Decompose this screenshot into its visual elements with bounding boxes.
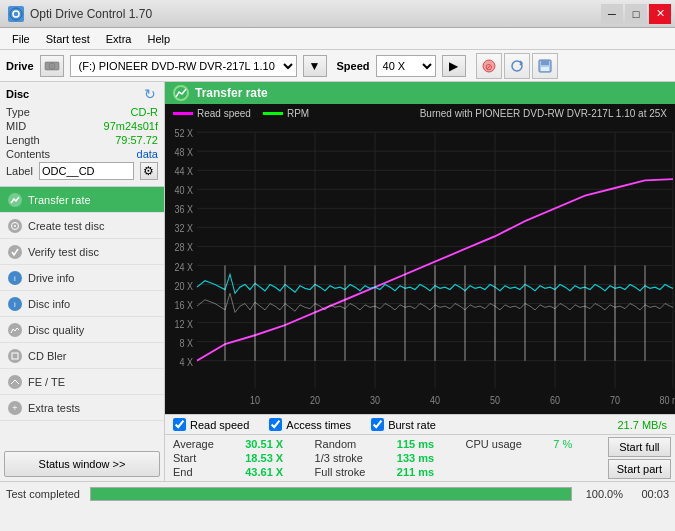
chart-legend: Read speed RPM Burned with PIONEER DVD-R… <box>165 104 675 122</box>
stat-end-label: End <box>173 466 237 478</box>
erase-button[interactable]: ⊘ <box>476 53 502 79</box>
disc-label-input[interactable] <box>39 162 134 180</box>
nav-item-cd-bler[interactable]: CD Bler <box>0 343 164 369</box>
start-full-button[interactable]: Start full <box>608 437 671 457</box>
chart-container: 52 X 48 X 44 X 40 X 36 X 32 X 28 X 24 X … <box>165 122 675 414</box>
stats-right: Start full Start part <box>604 435 675 481</box>
svg-text:44 X: 44 X <box>175 165 194 177</box>
nav-icon-drive-info: i <box>8 271 22 285</box>
disc-contents-value: data <box>137 148 158 160</box>
stat-random-label: Random <box>315 438 389 450</box>
nav-icon-transfer-rate <box>8 193 22 207</box>
menu-file[interactable]: File <box>4 31 38 47</box>
nav-item-drive-info[interactable]: i Drive info <box>0 265 164 291</box>
status-bar: Test completed 100.0% 00:03 <box>0 481 675 505</box>
title-bar-buttons: ─ □ ✕ <box>601 4 671 24</box>
drive-label: Drive <box>6 60 34 72</box>
nav-item-fe-te[interactable]: FE / TE <box>0 369 164 395</box>
nav-item-extra-tests[interactable]: + Extra tests <box>0 395 164 421</box>
nav-label-transfer-rate: Transfer rate <box>28 194 91 206</box>
stat-full-stroke-label: Full stroke <box>315 466 389 478</box>
nav-item-create-test-disc[interactable]: Create test disc <box>0 213 164 239</box>
nav-label-create-test-disc: Create test disc <box>28 220 104 232</box>
nav-item-verify-test-disc[interactable]: Verify test disc <box>0 239 164 265</box>
main-layout: Disc ↻ Type CD-R MID 97m24s01f Length 79… <box>0 82 675 481</box>
svg-text:16 X: 16 X <box>175 299 194 311</box>
svg-text:20 X: 20 X <box>175 280 194 292</box>
disc-length-row: Length 79:57.72 <box>6 134 158 146</box>
nav-icon-disc-info: i <box>8 297 22 311</box>
speed-arrow[interactable]: ▶ <box>442 55 466 77</box>
nav-item-transfer-rate[interactable]: Transfer rate <box>0 187 164 213</box>
svg-text:+: + <box>12 403 17 413</box>
stat-1-3-stroke-label: 1/3 stroke <box>315 452 389 464</box>
start-part-button[interactable]: Start part <box>608 459 671 479</box>
drive-arrow-down[interactable]: ▼ <box>303 55 327 77</box>
checkbox-burst-rate[interactable] <box>371 418 384 431</box>
menu-help[interactable]: Help <box>139 31 178 47</box>
svg-text:i: i <box>14 300 16 309</box>
nav-label-fe-te: FE / TE <box>28 376 65 388</box>
menu-bar: File Start test Extra Help <box>0 28 675 50</box>
nav-label-drive-info: Drive info <box>28 272 74 284</box>
disc-mid-value: 97m24s01f <box>104 120 158 132</box>
nav-item-disc-quality[interactable]: Disc quality <box>0 317 164 343</box>
legend-rpm: RPM <box>263 108 309 119</box>
nav-icon-cd-bler <box>8 349 22 363</box>
svg-text:60: 60 <box>550 394 560 406</box>
disc-label-row: Label ⚙ <box>6 162 158 180</box>
stats-bottom: Average 30.51 X Random 115 ms CPU usage … <box>165 434 675 481</box>
progress-bar-fill <box>91 488 571 500</box>
minimize-button[interactable]: ─ <box>601 4 623 24</box>
disc-mid-label: MID <box>6 120 26 132</box>
nav-icon-create-test-disc <box>8 219 22 233</box>
disc-mid-row: MID 97m24s01f <box>6 120 158 132</box>
svg-text:80 min: 80 min <box>660 394 675 406</box>
svg-rect-10 <box>541 67 549 71</box>
stat-cpu-value: 7 % <box>553 438 595 450</box>
checkbox-read-speed[interactable] <box>173 418 186 431</box>
content-area: Transfer rate Read speed RPM Burned with… <box>165 82 675 481</box>
disc-type-label: Type <box>6 106 30 118</box>
disc-label-label: Label <box>6 165 33 177</box>
menu-start-test[interactable]: Start test <box>38 31 98 47</box>
refresh-button[interactable] <box>504 53 530 79</box>
stat-average-value: 30.51 X <box>245 438 306 450</box>
nav-item-disc-info[interactable]: i Disc info <box>0 291 164 317</box>
svg-point-12 <box>14 225 16 227</box>
checkbox-access-times[interactable] <box>269 418 282 431</box>
drive-select[interactable]: (F:) PIONEER DVD-RW DVR-217L 1.10 <box>70 55 297 77</box>
save-button[interactable] <box>532 53 558 79</box>
disc-type-row: Type CD-R <box>6 106 158 118</box>
app-icon <box>8 6 24 22</box>
svg-text:i: i <box>14 274 16 283</box>
drive-bar: Drive (F:) PIONEER DVD-RW DVR-217L 1.10 … <box>0 50 675 82</box>
stat-start-value: 18.53 X <box>245 452 306 464</box>
menu-extra[interactable]: Extra <box>98 31 140 47</box>
status-window-button[interactable]: Status window >> <box>4 451 160 477</box>
nav-label-disc-quality: Disc quality <box>28 324 84 336</box>
disc-contents-row: Contents data <box>6 148 158 160</box>
stat-1-3-stroke-value: 133 ms <box>397 452 458 464</box>
check-access-times: Access times <box>269 418 351 431</box>
nav-label-extra-tests: Extra tests <box>28 402 80 414</box>
nav-label-verify-test-disc: Verify test disc <box>28 246 99 258</box>
disc-label-icon-button[interactable]: ⚙ <box>140 162 158 180</box>
legend-color-rpm <box>263 112 283 115</box>
svg-text:32 X: 32 X <box>175 222 194 234</box>
maximize-button[interactable]: □ <box>625 4 647 24</box>
svg-rect-15 <box>12 353 18 359</box>
disc-contents-label: Contents <box>6 148 50 160</box>
nav-icon-extra-tests: + <box>8 401 22 415</box>
disc-title: Disc <box>6 88 29 100</box>
speed-select[interactable]: 40 X <box>376 55 436 77</box>
svg-point-4 <box>51 65 53 67</box>
disc-refresh-button[interactable]: ↻ <box>142 86 158 102</box>
check-access-times-label: Access times <box>286 419 351 431</box>
check-read-speed-label: Read speed <box>190 419 249 431</box>
stat-random-value: 115 ms <box>397 438 458 450</box>
nav-icon-verify-test-disc <box>8 245 22 259</box>
nav-icon-disc-quality <box>8 323 22 337</box>
close-button[interactable]: ✕ <box>649 4 671 24</box>
svg-text:12 X: 12 X <box>175 318 194 330</box>
